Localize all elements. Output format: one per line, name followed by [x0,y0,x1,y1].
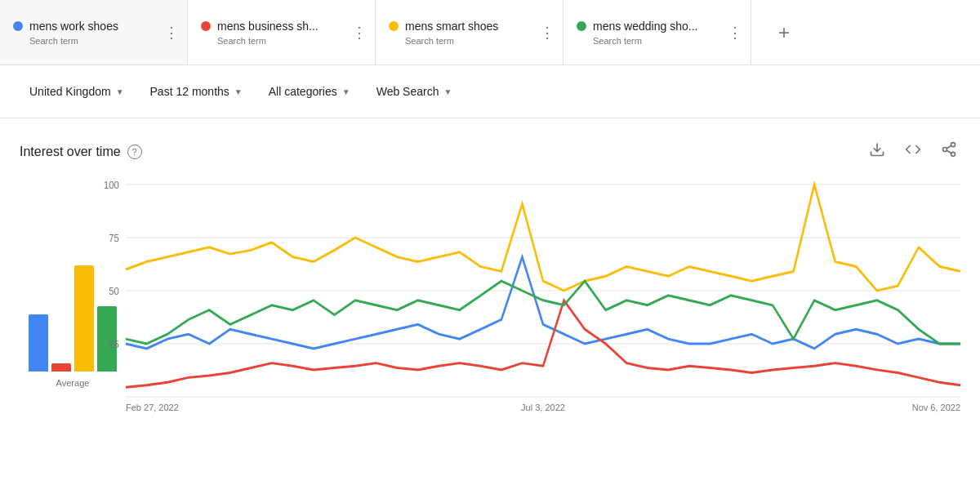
svg-text:25: 25 [109,338,119,350]
tab-mens-business-shoes[interactable]: mens business sh... Search term ⋮ [188,0,376,65]
chart-container: Average 100 75 50 25 [20,185,960,412]
x-label-feb: Feb 27, 2022 [126,403,404,412]
svg-point-2 [943,148,947,152]
tab-title-3: mens smart shoes [405,20,498,33]
search-type-filter[interactable]: Web Search ▼ [367,78,462,105]
svg-line-4 [947,150,951,153]
chart-title: Interest over time [20,145,121,159]
tab-bar: mens work shoes Search term ⋮ mens busin… [0,0,980,65]
tab-mens-work-shoes[interactable]: mens work shoes Search term ⋮ [0,0,188,65]
region-label: United Kingdom [29,85,111,98]
tab-dot-3 [389,21,399,31]
tab-subtitle-4: Search term [593,36,737,46]
tab-menu-icon-4[interactable]: ⋮ [728,24,742,42]
category-chevron: ▼ [342,87,350,96]
tab-mens-smart-shoes[interactable]: mens smart shoes Search term ⋮ [376,0,564,65]
period-filter[interactable]: Past 12 months ▼ [140,78,252,105]
tab-dot-2 [201,21,211,31]
add-tab-button[interactable]: + [751,0,817,65]
tab-title-4: mens wedding sho... [593,20,697,33]
bar-business-shoes [51,363,71,372]
tab-subtitle-2: Search term [217,36,362,46]
tab-menu-icon-1[interactable]: ⋮ [164,24,179,42]
search-type-label: Web Search [376,85,439,98]
svg-text:75: 75 [109,232,119,244]
svg-point-1 [951,143,956,147]
chart-section: Interest over time ? [0,118,980,425]
filter-bar: United Kingdom ▼ Past 12 months ▼ All ca… [0,65,980,118]
bar-smart-shoes [74,265,94,372]
category-filter[interactable]: All categories ▼ [259,78,360,105]
x-label-jul: Jul 3, 2022 [404,403,683,412]
chart-header: Interest over time ? [20,138,960,165]
x-axis-labels: Feb 27, 2022 Jul 3, 2022 Nov 6, 2022 [126,403,960,412]
tab-subtitle-1: Search term [29,36,174,46]
tab-subtitle-3: Search term [405,36,550,46]
tab-dot-1 [13,21,23,31]
region-chevron: ▼ [116,87,124,96]
x-label-nov: Nov 6, 2022 [682,403,960,412]
region-filter[interactable]: United Kingdom ▼ [20,78,134,105]
chart-actions [866,138,960,165]
embed-button[interactable] [902,138,924,165]
share-button[interactable] [938,138,960,165]
svg-line-5 [947,145,951,148]
bar-chart-label: Average [56,378,90,388]
tab-title-1: mens work shoes [29,20,118,33]
line-chart-svg: 100 75 50 25 [126,185,960,397]
period-chevron: ▼ [234,87,243,96]
tab-menu-icon-3[interactable]: ⋮ [540,24,555,42]
category-label: All categories [269,85,337,98]
tab-mens-wedding-shoes[interactable]: mens wedding sho... Search term ⋮ [564,0,751,65]
tab-title-2: mens business sh... [217,20,318,33]
help-icon[interactable]: ? [127,145,142,159]
period-label: Past 12 months [150,85,229,98]
line-chart-area: 100 75 50 25 Feb 27, 2022 Jul 3, 2022 [126,185,960,412]
download-button[interactable] [866,138,889,165]
svg-text:100: 100 [104,179,119,191]
bar-work-shoes [29,314,48,372]
svg-text:50: 50 [109,285,119,297]
tab-dot-4 [577,21,586,31]
search-type-chevron: ▼ [443,87,452,96]
tab-menu-icon-2[interactable]: ⋮ [352,24,367,42]
bar-chart-bars [29,208,117,372]
svg-point-3 [951,152,956,156]
